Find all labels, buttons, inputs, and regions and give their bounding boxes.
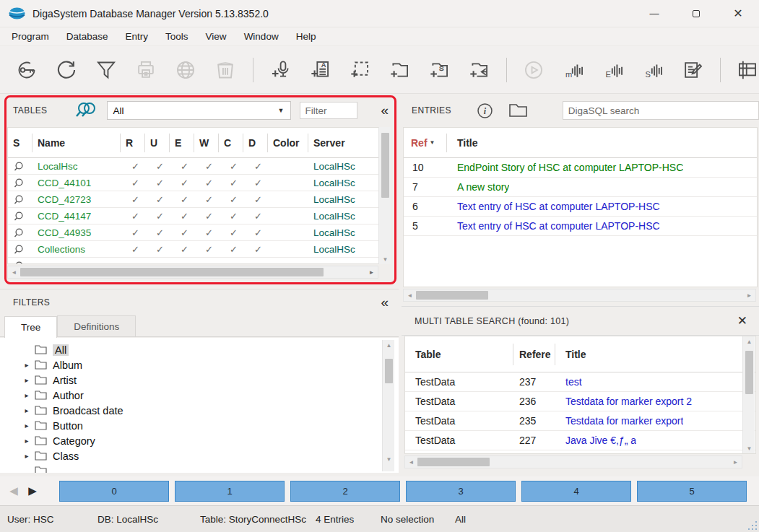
add-folder-icon[interactable] [383, 56, 416, 84]
row-search-icon[interactable] [8, 161, 32, 172]
col-header-ref[interactable]: Ref ▼ [404, 134, 447, 152]
col-header-s[interactable]: S [8, 134, 32, 152]
scroll-left-icon[interactable]: ◄ [8, 269, 20, 276]
digasql-search-input[interactable] [563, 101, 759, 120]
page-button-2[interactable]: 2 [290, 481, 400, 502]
web-icon[interactable] [169, 56, 202, 84]
entry-row[interactable]: 10 EndPoint Story of HSC at computer LAP… [404, 158, 757, 178]
scroll-left-icon[interactable]: ◄ [405, 459, 417, 466]
menu-entry[interactable]: Entry [117, 27, 157, 46]
entry-row[interactable]: 5 Text entry of HSC at computer LAPTOP-H… [404, 217, 757, 236]
add-audio-entry-icon[interactable] [264, 56, 297, 84]
scrollbar-thumb[interactable] [416, 291, 488, 300]
row-search-icon[interactable] [8, 211, 32, 222]
tables-collapse-button[interactable]: « [370, 103, 399, 118]
menu-tools[interactable]: Tools [157, 27, 197, 46]
multitrack-editor-icon[interactable]: m [557, 56, 590, 84]
folder-view-icon[interactable] [508, 103, 528, 118]
import-to-folder-icon[interactable] [462, 56, 495, 84]
singletrack-editor-icon[interactable]: S [636, 56, 669, 84]
page-button-1[interactable]: 1 [175, 481, 285, 502]
filter-icon[interactable] [90, 56, 123, 84]
connect-key-icon[interactable] [10, 56, 43, 84]
resize-grip[interactable] [748, 521, 757, 530]
tab-tree[interactable]: Tree [4, 316, 57, 338]
col-header-c[interactable]: C [219, 134, 243, 152]
mts-close-icon[interactable]: ✕ [726, 313, 759, 328]
table-scope-dropdown[interactable]: All ▼ [107, 101, 291, 120]
col-header-d[interactable]: D [243, 134, 268, 152]
maximize-button[interactable] [675, 0, 717, 27]
table-row[interactable]: CCD_44147 ✓ ✓ ✓ ✓ ✓ ✓ LocalHSc [8, 208, 390, 224]
tree-item-category[interactable]: ▸ Category [0, 433, 399, 448]
table-row[interactable]: CCD_42723 ✓ ✓ ✓ ✓ ✓ ✓ LocalHSc [8, 191, 390, 208]
mts-row[interactable]: TestData 227 Java Jive €,ƒ„ a [405, 431, 755, 450]
page-button-3[interactable]: 3 [406, 481, 516, 502]
add-empty-entry-icon[interactable] [343, 56, 376, 84]
mts-vertical-scrollbar[interactable]: ▲ ▼ [742, 336, 755, 453]
tables-horizontal-scrollbar[interactable]: ◄ ► [7, 266, 378, 279]
col-header-server[interactable]: Server [308, 134, 365, 152]
page-prev-icon[interactable]: ◀ [4, 484, 23, 497]
scroll-down-icon[interactable]: ▼ [379, 256, 391, 263]
close-button[interactable]: ✕ [717, 0, 759, 27]
refresh-icon[interactable] [50, 56, 83, 84]
col-header-reference[interactable]: Refere [513, 344, 555, 365]
expander-icon[interactable]: ▸ [22, 452, 32, 460]
minimize-button[interactable]: — [633, 0, 675, 27]
tree-item-all[interactable]: All [0, 342, 399, 357]
menu-help[interactable]: Help [287, 27, 325, 46]
col-header-color[interactable]: Color [268, 134, 308, 152]
tables-vertical-scrollbar[interactable]: ▼ [378, 127, 391, 264]
scroll-right-icon[interactable]: ► [365, 269, 378, 276]
tree-item-artist[interactable]: ▸ Artist [0, 372, 399, 388]
tab-definitions[interactable]: Definitions [57, 315, 136, 336]
table-row[interactable]: Collections ✓ ✓ ✓ ✓ ✓ ✓ LocalHSc [8, 241, 390, 258]
scroll-up-icon[interactable]: ▲ [743, 339, 755, 345]
scroll-right-icon[interactable]: ► [743, 292, 755, 299]
expander-icon[interactable]: ▸ [22, 376, 32, 384]
page-button-0[interactable]: 0 [59, 481, 169, 502]
menu-view[interactable]: View [197, 27, 235, 46]
mts-row[interactable]: TestData 236 Testdata for marker export … [405, 392, 755, 411]
print-icon[interactable] [129, 56, 162, 84]
col-header-title[interactable]: Title [555, 349, 586, 360]
row-search-icon[interactable] [8, 194, 32, 205]
editor-icon[interactable]: E [597, 56, 630, 84]
scroll-left-icon[interactable]: ◄ [404, 292, 416, 299]
table-row[interactable]: LocalHsc ✓ ✓ ✓ ✓ ✓ ✓ LocalHSc [8, 158, 390, 175]
info-icon[interactable]: i [476, 102, 494, 120]
mts-horizontal-scrollbar[interactable]: ◄ ► [404, 455, 742, 468]
scrollbar-thumb[interactable] [417, 458, 490, 466]
menu-window[interactable]: Window [235, 27, 287, 46]
page-next-icon[interactable]: ▶ [23, 484, 42, 497]
col-header-table[interactable]: Table [405, 344, 513, 365]
col-header-w[interactable]: W [194, 134, 219, 152]
scrollbar-thumb[interactable] [745, 351, 753, 394]
menu-database[interactable]: Database [58, 27, 117, 46]
tree-item-button[interactable]: ▸ Button [0, 418, 399, 433]
tree-item-broadcast-date[interactable]: ▸ Broadcast date [0, 403, 399, 418]
mts-row[interactable]: TestData 235 Testdata for marker export [405, 411, 755, 431]
scrollbar-thumb[interactable] [20, 268, 324, 276]
row-search-icon[interactable] [8, 244, 32, 255]
scrollbar-thumb[interactable] [381, 133, 389, 198]
scroll-down-icon[interactable]: ▼ [743, 445, 755, 452]
expander-icon[interactable]: ▸ [22, 391, 32, 399]
tree-item-class[interactable]: ▸ Class [0, 448, 399, 463]
add-subfolder-icon[interactable]: S [422, 56, 456, 84]
col-header-r[interactable]: R [121, 134, 145, 152]
expander-icon[interactable]: ▸ [22, 361, 32, 369]
page-button-5[interactable]: 5 [637, 481, 747, 502]
filters-vertical-scrollbar[interactable]: ▲ ▼ [382, 340, 394, 471]
row-search-icon[interactable] [8, 178, 32, 188]
col-header-e[interactable]: E [170, 134, 194, 152]
table-row[interactable]: CCD_44935 ✓ ✓ ✓ ✓ ✓ ✓ LocalHSc [8, 224, 390, 241]
add-text-entry-icon[interactable]: A [303, 56, 337, 84]
tree-item-album[interactable]: ▸ Album [0, 357, 399, 372]
mts-row[interactable]: TestData 237 test [405, 372, 755, 392]
scroll-down-icon[interactable]: ▼ [383, 456, 395, 463]
filters-collapse-button[interactable]: « [370, 295, 399, 310]
table-layout-icon[interactable] [731, 56, 759, 84]
scroll-right-icon[interactable]: ► [729, 459, 742, 466]
